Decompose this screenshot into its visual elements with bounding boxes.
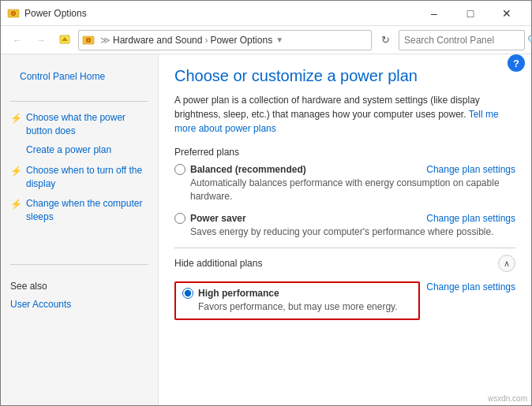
watermark: wsxdn.com (488, 394, 527, 403)
search-input[interactable] (399, 35, 527, 46)
sidebar-item-power-btn[interactable]: ⚡ Choose what the power button does (1, 108, 158, 141)
plan-name-row-high-performance: High performance (182, 288, 412, 299)
search-icon[interactable]: 🔍 (527, 31, 532, 50)
maximize-button[interactable]: □ (452, 1, 489, 26)
sidebar: Control Panel Home ⚡ Choose what the pow… (1, 54, 159, 405)
power-btn-icon: ⚡ (10, 112, 26, 125)
window: Power Options – □ ✕ ← → ≫ Hardware and S… (0, 0, 532, 406)
sidebar-home-link[interactable]: Control Panel Home (10, 67, 148, 87)
search-box: 🔍 (399, 30, 525, 50)
main-area: Control Panel Home ⚡ Choose what the pow… (1, 54, 531, 405)
plan-radio-balanced[interactable] (174, 164, 185, 175)
minimize-button[interactable]: – (416, 1, 452, 26)
content-title: Choose or customize a power plan (174, 67, 515, 85)
sidebar-item-user-accounts[interactable]: User Accounts (1, 295, 158, 315)
path-sep2: › (204, 35, 208, 46)
plan-name-row-balanced: Balanced (recommended) (174, 164, 306, 175)
window-title: Power Options (24, 8, 416, 19)
content-description: A power plan is a collection of hardware… (174, 93, 515, 136)
plan-header-power-saver: Power saver Change plan settings (174, 213, 515, 224)
hide-additional-label: Hide additional plans (174, 258, 262, 269)
sidebar-label-power-btn: Choose what the power button does (26, 111, 148, 138)
path-segment1: Hardware and Sound (113, 35, 202, 46)
plan-radio-high-performance[interactable] (182, 288, 193, 299)
forward-button[interactable]: → (31, 30, 51, 50)
preferred-plans-label: Preferred plans (174, 147, 515, 158)
path-current: Power Options (210, 35, 272, 46)
sidebar-divider1 (10, 101, 148, 102)
svg-point-2 (13, 12, 15, 14)
user-accounts-label: User Accounts (10, 298, 71, 311)
help-icon: ? (513, 58, 519, 69)
plan-radio-power-saver[interactable] (174, 213, 185, 224)
close-button[interactable]: ✕ (489, 1, 525, 26)
hide-additional-section[interactable]: Hide additional plans ∧ (174, 248, 515, 278)
plan-change-high-performance[interactable]: Change plan settings (426, 278, 515, 292)
sidebar-item-change-sleep[interactable]: ⚡ Change when the computer sleeps (1, 194, 158, 227)
path-dropdown-icon[interactable]: ▼ (275, 35, 283, 44)
sidebar-label-change-sleep: Change when the computer sleeps (26, 197, 148, 224)
create-plan-icon (10, 144, 26, 158)
plan-change-balanced[interactable]: Change plan settings (426, 164, 515, 175)
plan-item-high-performance: High performance Favors performance, but… (174, 278, 515, 320)
plan-highlighted-high-performance: High performance Favors performance, but… (174, 281, 420, 320)
plan-change-power-saver[interactable]: Change plan settings (426, 213, 515, 224)
window-icon (7, 7, 20, 20)
refresh-button[interactable]: ↻ (375, 30, 395, 50)
help-button[interactable]: ? (508, 54, 525, 72)
address-bar: ← → ≫ Hardware and Sound › Power Options… (1, 26, 531, 54)
content-area: ? Choose or customize a power plan A pow… (159, 54, 531, 405)
title-bar: Power Options – □ ✕ (1, 1, 531, 26)
sidebar-label-choose-display: Choose when to turn off the display (26, 164, 148, 191)
plan-header-balanced: Balanced (recommended) Change plan setti… (174, 164, 515, 175)
plan-name-power-saver: Power saver (190, 213, 246, 224)
change-sleep-icon: ⚡ (10, 198, 26, 211)
sidebar-item-create-plan[interactable]: Create a power plan (1, 140, 158, 161)
plan-name-balanced: Balanced (recommended) (190, 164, 306, 175)
sidebar-item-choose-display[interactable]: ⚡ Choose when to turn off the display (1, 161, 158, 194)
svg-point-7 (88, 39, 90, 41)
sidebar-divider2 (10, 264, 148, 265)
sidebar-label-create-plan: Create a power plan (26, 143, 111, 157)
address-path[interactable]: ≫ Hardware and Sound › Power Options ▼ (78, 30, 372, 50)
plan-name-row-power-saver: Power saver (174, 213, 246, 224)
plan-name-high-performance: High performance (198, 288, 279, 299)
back-button[interactable]: ← (7, 30, 28, 50)
window-controls: – □ ✕ (416, 1, 525, 26)
sidebar-home-label: Control Panel Home (20, 70, 105, 84)
see-also-label: See also (1, 271, 158, 295)
content-desc-text: A power plan is a collection of hardware… (174, 95, 480, 120)
plan-desc-high-performance: Favors performance, but may use more ene… (198, 300, 412, 314)
choose-display-icon: ⚡ (10, 165, 26, 178)
plan-header-high-performance: High performance Favors performance, but… (174, 278, 515, 320)
up-button[interactable] (54, 30, 75, 50)
collapse-icon[interactable]: ∧ (498, 255, 515, 272)
plan-desc-power-saver: Saves energy by reducing your computer's… (190, 225, 515, 239)
plan-item-balanced: Balanced (recommended) Change plan setti… (174, 164, 515, 203)
path-sep1: ≫ (100, 35, 111, 46)
plan-desc-balanced: Automatically balances performance with … (190, 177, 515, 203)
plan-item-power-saver: Power saver Change plan settings Saves e… (174, 213, 515, 239)
